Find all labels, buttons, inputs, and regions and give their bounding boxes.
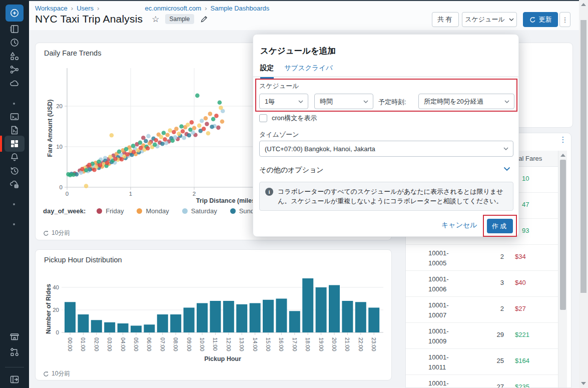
scatter-point[interactable]	[138, 141, 143, 145]
bar[interactable]	[263, 300, 274, 332]
bar[interactable]	[289, 311, 300, 332]
bar[interactable]	[223, 301, 234, 332]
scatter-point[interactable]	[205, 122, 209, 126]
bar[interactable]	[342, 301, 353, 332]
table-row[interactable]: 10001-100072$27	[406, 297, 558, 323]
scatter-point[interactable]	[105, 161, 110, 165]
bar[interactable]	[91, 320, 102, 332]
scatter-point[interactable]	[124, 147, 129, 152]
scatter-point[interactable]	[163, 137, 167, 142]
page-scrollbar[interactable]	[579, 0, 588, 388]
scatter-point[interactable]	[218, 100, 222, 105]
more-options-toggle[interactable]: その他のオプション	[259, 166, 513, 175]
table-row[interactable]: 10001-1001125$164	[406, 349, 558, 375]
scatter-point[interactable]	[98, 163, 103, 168]
scatter-point[interactable]	[219, 106, 223, 110]
table-scrollbar-thumb[interactable]	[560, 160, 566, 310]
scatter-point[interactable]	[108, 155, 113, 159]
schedule-unit-select[interactable]: 時間	[314, 94, 373, 109]
sidebar-item-sql-warehouses[interactable]	[10, 179, 20, 189]
scatter-point[interactable]	[146, 134, 151, 139]
bar[interactable]	[184, 308, 195, 333]
bar[interactable]	[368, 308, 379, 333]
cancel-button[interactable]: キャンセル	[441, 221, 477, 230]
scatter-point[interactable]	[164, 141, 169, 145]
scroll-down-arrow[interactable]	[581, 382, 586, 385]
bar[interactable]	[144, 324, 155, 332]
sidebar-item-query-history[interactable]	[10, 166, 20, 176]
bar[interactable]	[170, 314, 181, 332]
scatter-point[interactable]	[125, 152, 130, 157]
bar[interactable]	[316, 287, 327, 332]
scatter-point[interactable]	[186, 123, 190, 127]
tab-settings[interactable]: 設定	[260, 64, 274, 79]
scatter-point[interactable]	[160, 142, 165, 146]
scroll-up-arrow[interactable]	[560, 154, 565, 157]
scatter-point[interactable]	[144, 139, 148, 143]
scatter-point[interactable]	[165, 133, 170, 137]
legend-item[interactable]: Friday	[97, 207, 124, 215]
header-kebab-menu[interactable]: ⋮	[559, 12, 570, 27]
scatter-point[interactable]	[92, 168, 97, 172]
scatter-point[interactable]	[84, 184, 89, 188]
edit-pencil-icon[interactable]	[200, 15, 208, 23]
breadcrumb-link[interactable]: ec.onmicrosoft.com	[145, 5, 201, 12]
sidebar-item-partner-connect[interactable]	[10, 347, 20, 357]
scatter-point[interactable]	[208, 112, 213, 116]
schedule-dropdown-button[interactable]: スケジュール	[462, 12, 517, 27]
cron-syntax-checkbox[interactable]	[259, 114, 267, 122]
scatter-point[interactable]	[181, 129, 185, 134]
scatter-point[interactable]	[120, 157, 124, 162]
scatter-point[interactable]	[200, 119, 204, 123]
bar[interactable]	[118, 323, 129, 332]
scatter-point[interactable]	[204, 116, 208, 121]
sidebar-item-dashboards[interactable]	[10, 139, 20, 149]
scatter-point[interactable]	[197, 124, 202, 128]
scatter-point[interactable]	[187, 133, 192, 138]
bar[interactable]	[250, 303, 261, 333]
favorite-star-icon[interactable]: ☆	[152, 14, 159, 25]
scatter-point[interactable]	[177, 132, 181, 136]
share-button[interactable]: 共有	[432, 12, 459, 27]
scatter-point[interactable]	[154, 138, 159, 143]
scatter-point[interactable]	[190, 120, 194, 125]
scatter-point[interactable]	[210, 125, 214, 129]
scatter-point[interactable]	[131, 144, 136, 148]
scatter-point[interactable]	[139, 146, 143, 150]
refresh-button[interactable]: 更新	[523, 12, 558, 27]
sidebar-item-recents[interactable]	[10, 38, 20, 48]
breadcrumb-link[interactable]: Users	[77, 5, 94, 12]
scatter-point[interactable]	[202, 127, 206, 131]
bar[interactable]	[210, 301, 221, 332]
scatter-point[interactable]	[188, 128, 193, 132]
sidebar-item-alerts[interactable]	[10, 152, 20, 162]
scatter-point[interactable]	[132, 150, 136, 154]
scheduled-time-select[interactable]: 所定時間を20分経過	[418, 94, 514, 109]
scroll-up-arrow[interactable]	[581, 3, 586, 6]
scatter-point[interactable]	[71, 173, 76, 177]
sidebar-item-marketplace[interactable]	[10, 331, 20, 341]
scatter-point[interactable]	[153, 143, 157, 147]
scatter-point[interactable]	[179, 124, 184, 129]
table-row[interactable]: 10001-27$235	[406, 375, 558, 388]
sidebar-item-queries[interactable]	[10, 125, 20, 135]
scatter-point[interactable]	[168, 128, 172, 133]
bar[interactable]	[157, 314, 168, 332]
table-row[interactable]: 10001-100052$34	[406, 245, 558, 271]
scatter-point[interactable]	[110, 133, 114, 138]
scatter-point[interactable]	[80, 167, 85, 171]
scatter-point[interactable]	[117, 149, 122, 154]
legend-item[interactable]: Saturday	[182, 207, 217, 215]
scatter-point[interactable]	[87, 163, 92, 167]
sidebar-item-compute[interactable]	[10, 78, 20, 88]
scatter-point[interactable]	[146, 146, 150, 151]
bar[interactable]	[65, 302, 76, 332]
breadcrumb-link[interactable]: Workspace	[35, 5, 68, 12]
scatter-point[interactable]	[84, 168, 89, 173]
scatter-point[interactable]	[220, 120, 225, 124]
bar[interactable]	[276, 299, 287, 333]
scatter-point[interactable]	[214, 114, 219, 118]
bar[interactable]	[131, 326, 142, 333]
bar[interactable]	[104, 322, 115, 332]
scatter-point[interactable]	[97, 160, 101, 164]
